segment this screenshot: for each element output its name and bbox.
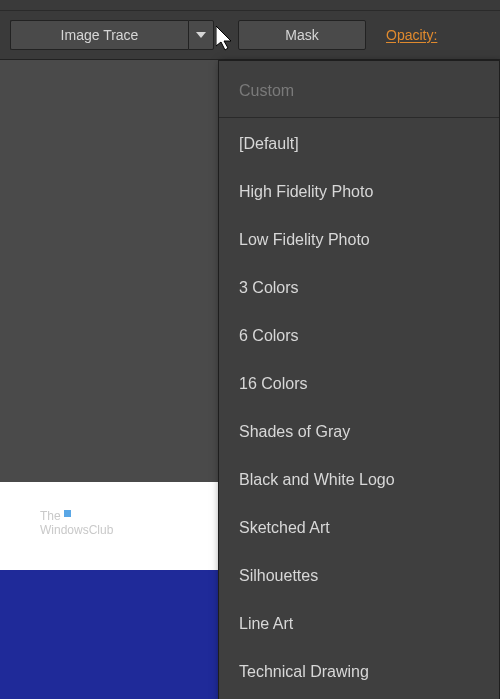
preset-16-colors[interactable]: 16 Colors (219, 360, 499, 408)
preset-6-colors[interactable]: 6 Colors (219, 312, 499, 360)
control-toolbar: Image Trace Mask Opacity: (0, 10, 500, 60)
preset-bw-logo[interactable]: Black and White Logo (219, 456, 499, 504)
preset-3-colors[interactable]: 3 Colors (219, 264, 499, 312)
preset-shades-of-gray[interactable]: Shades of Gray (219, 408, 499, 456)
image-trace-button[interactable]: Image Trace (10, 20, 188, 50)
chevron-down-icon (196, 32, 206, 38)
preset-sketched-art[interactable]: Sketched Art (219, 504, 499, 552)
preset-low-fidelity[interactable]: Low Fidelity Photo (219, 216, 499, 264)
image-trace-dropdown-toggle[interactable] (188, 20, 214, 50)
preset-line-art[interactable]: Line Art (219, 600, 499, 648)
watermark-line-2: WindowsClub (40, 524, 113, 538)
preset-silhouettes[interactable]: Silhouettes (219, 552, 499, 600)
image-trace-preset-menu: Custom [Default] High Fidelity Photo Low… (218, 60, 500, 699)
watermark: The WindowsClub (40, 510, 113, 538)
preset-default[interactable]: [Default] (219, 120, 499, 168)
preset-high-fidelity[interactable]: High Fidelity Photo (219, 168, 499, 216)
opacity-label[interactable]: Opacity: (386, 27, 437, 43)
mask-label: Mask (285, 27, 318, 43)
preset-technical-drawing[interactable]: Technical Drawing (219, 648, 499, 696)
watermark-line-1: The (40, 510, 113, 524)
image-trace-label: Image Trace (61, 27, 139, 43)
watermark-square-icon (64, 510, 71, 517)
dropdown-separator (219, 117, 499, 118)
dropdown-header-custom: Custom (219, 67, 499, 115)
mask-button[interactable]: Mask (238, 20, 366, 50)
title-bar-fragment (0, 0, 500, 10)
